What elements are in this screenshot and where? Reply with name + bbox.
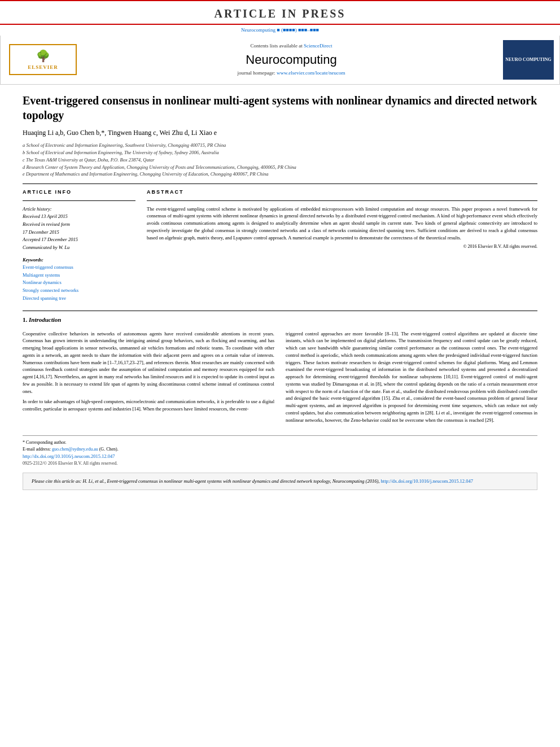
body-col-left: Cooperative collective behaviors in netw…: [23, 330, 274, 427]
elsevier-logo-area: 🌳 ELSEVIER: [6, 44, 80, 75]
article-info-header: ARTICLE INFO: [23, 189, 135, 196]
cite-label: Please cite this article as: H. Li, et a…: [32, 478, 379, 484]
received-revised-label: Received in revised form: [23, 221, 135, 229]
affiliation-c: c The Texas A&M University at Qatar, Doh…: [23, 156, 537, 164]
email-line: E-mail address: guo.chen@sydney.edu.au (…: [23, 446, 537, 453]
section-number: 1.: [23, 316, 27, 323]
journal-title-header: Neurocomputing: [85, 51, 497, 69]
journal-ref-line: Neurocomputing ■ (■■■■) ■■■–■■■: [0, 25, 560, 36]
main-content: Event-triggered consensus in nonlinear m…: [0, 85, 560, 499]
elsevier-wordmark: ELSEVIER: [28, 64, 58, 71]
keyword-2: Multiagent systems: [23, 272, 135, 279]
affiliation-d: d Research Center of System Theory and A…: [23, 164, 537, 171]
doi-line: http://dx.doi.org/10.1016/j.neucom.2015.…: [23, 453, 537, 460]
affiliations: a School of Electronic and Information E…: [23, 142, 537, 178]
keyword-4: Strongly connected networks: [23, 287, 135, 295]
email-label: E-mail address:: [23, 447, 51, 452]
abstract-col: ABSTRACT The event-triggered sampling co…: [147, 189, 537, 302]
abstract-header: ABSTRACT: [147, 189, 537, 196]
footer-notes: * Corresponding author. E-mail address: …: [23, 435, 537, 467]
email-link[interactable]: guo.chen@sydney.edu.au: [52, 447, 98, 452]
corresponding-label: * Corresponding author.: [23, 439, 537, 446]
keywords-label: Keywords:: [23, 257, 135, 264]
communicated-label: Communicated by W. Lu: [23, 244, 135, 252]
history-label: Article history:: [23, 206, 135, 213]
authors-line: Huaqing Li a,b, Guo Chen b,*, Tingwen Hu…: [23, 128, 537, 138]
section-1-title: 1. Introduction: [23, 316, 537, 324]
article-info-col: ARTICLE INFO Article history: Received 1…: [23, 189, 135, 302]
keyword-3: Nonlinear dynamics: [23, 279, 135, 287]
abstract-text: The event-triggered sampling control sch…: [147, 206, 537, 242]
tree-icon: 🌳: [36, 48, 50, 64]
received-date: Received 13 April 2015: [23, 213, 135, 221]
issn-line: 0925-2312/© 2016 Elsevier B.V. All right…: [23, 460, 537, 467]
science-direct-link[interactable]: ScienceDirect: [304, 43, 332, 49]
body-two-col: Cooperative collective behaviors in netw…: [23, 330, 537, 427]
elsevier-logo: 🌳 ELSEVIER: [9, 44, 77, 75]
cite-doi-link[interactable]: http://dx.doi.org/10.1016/j.neucom.2015.…: [381, 478, 473, 484]
journal-header: 🌳 ELSEVIER Contents lists available at S…: [0, 36, 560, 85]
contents-line: Contents lists available at ScienceDirec…: [85, 42, 497, 50]
copyright-line: © 2016 Elsevier B.V. All rights reserved…: [147, 243, 537, 250]
email-name: (G. Chen).: [99, 447, 119, 452]
homepage-link[interactable]: www.elsevier.com/locate/neucom: [277, 70, 345, 76]
body-col-right: triggered control approaches are more fa…: [286, 330, 537, 427]
divider-abstract: [147, 200, 537, 201]
affiliation-e: e Department of Mathematics and Informat…: [23, 171, 537, 178]
journal-homepage: journal homepage: www.elsevier.com/locat…: [85, 69, 497, 77]
citation-box: Please cite this article as: H. Li, et a…: [23, 473, 537, 490]
article-info-block: Article history: Received 13 April 2015 …: [23, 206, 135, 252]
keywords-section: Keywords: Event-triggered consensus Mult…: [23, 257, 135, 302]
intro-para-2: In order to take advantages of high-spee…: [23, 398, 274, 413]
affiliation-b: b School of Electrical and Information E…: [23, 149, 537, 156]
section-title-text: Introduction: [29, 316, 61, 323]
keyword-1: Event-triggered consensus: [23, 264, 135, 272]
revised-date: 17 December 2015: [23, 229, 135, 237]
divider-body: [23, 311, 537, 311]
journal-logo-right: NEURO COMPUTING: [503, 40, 554, 80]
divider-1: [23, 184, 537, 184]
journal-logo-text: NEURO COMPUTING: [505, 57, 552, 63]
journal-header-center: Contents lists available at ScienceDirec…: [80, 42, 503, 77]
paper-title: Event-triggered consensus in nonlinear m…: [23, 93, 537, 123]
doi-link[interactable]: http://dx.doi.org/10.1016/j.neucom.2015.…: [23, 453, 115, 459]
divider-info: [23, 200, 135, 201]
article-in-press-banner: ARTICLE IN PRESS: [0, 0, 560, 25]
intro-para-right-1: triggered control approaches are more fa…: [286, 330, 537, 424]
keyword-5: Directed spanning tree: [23, 295, 135, 303]
intro-para-1: Cooperative collective behaviors in netw…: [23, 330, 274, 395]
accepted-label: Accepted 17 December 2015: [23, 236, 135, 244]
affiliation-a: a School of Electronic and Information E…: [23, 142, 537, 149]
article-info-abstract: ARTICLE INFO Article history: Received 1…: [23, 189, 537, 302]
